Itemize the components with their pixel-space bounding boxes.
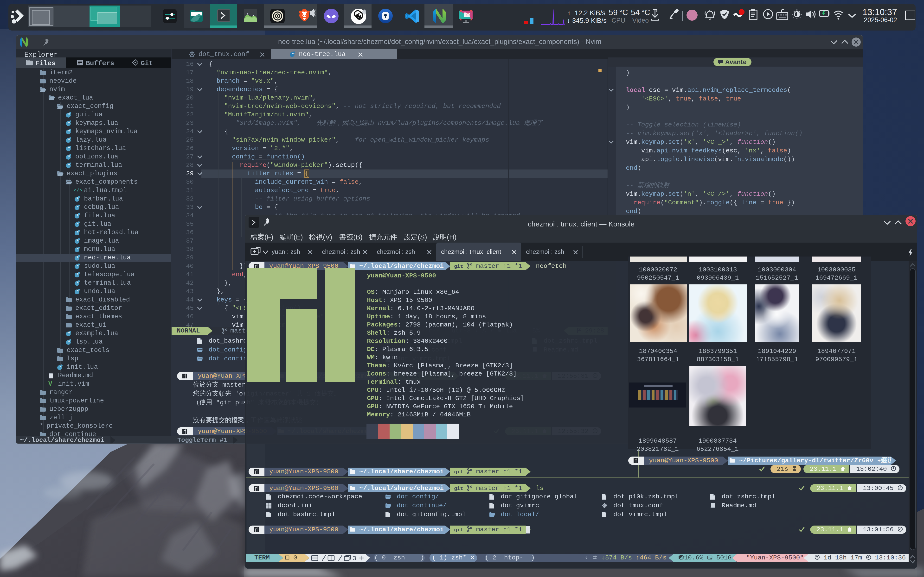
svg-text:3: 3: [352, 555, 356, 562]
